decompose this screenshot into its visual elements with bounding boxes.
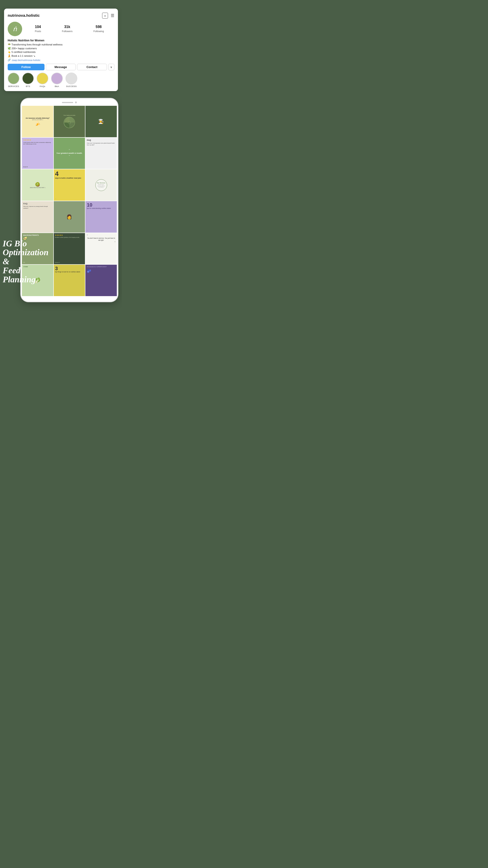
meal-number: 4 xyxy=(55,170,84,177)
phone-bottom-bar xyxy=(21,297,118,302)
phone-camera xyxy=(75,101,77,103)
post-review2[interactable]: ★★★★★ Excellent nutrition guidance, life… xyxy=(54,233,85,265)
post-tips[interactable]: 10 tips for understanding nutrition labe… xyxy=(86,201,117,232)
services-title: Our Services xyxy=(97,182,105,184)
profile-info-row: ṅ 104 Posts 31k Followers 598 Following xyxy=(8,22,114,36)
review2-text: Excellent nutrition guidance, life chang… xyxy=(55,237,84,238)
chevron-button[interactable]: ∨ xyxy=(108,64,114,70)
post-photo1[interactable]: 👩‍🍳 xyxy=(86,106,117,137)
quote1-mark-close: " xyxy=(69,155,70,158)
background: nutrinova.holistic + ☰ ṅ 104 Posts 31k F… xyxy=(0,0,122,311)
photo1-icon: 👩‍🍳 xyxy=(98,119,104,124)
faq2-header: FAQ xyxy=(23,203,52,205)
blueberry-icon: 🫐 xyxy=(87,269,116,273)
quote2-mark-close: " xyxy=(87,241,116,244)
post-review1[interactable]: ★★★★★ Lorem ipsum dolor sit amet consect… xyxy=(22,138,53,169)
balanced-plate-diagram xyxy=(64,117,75,128)
post-banana[interactable]: Are bananas actually fattening? WITH NL … xyxy=(22,106,53,137)
quote1-text: Your greatest wealth is health. xyxy=(56,152,82,154)
quote2-text: You don't have to eat less. You just hav… xyxy=(87,237,116,241)
following-count: 598 xyxy=(93,25,104,29)
faq1-question: How can I incorporate more plant-based f… xyxy=(87,142,116,146)
highlight-circle-services xyxy=(8,72,20,84)
highlight-faqs[interactable]: FAQs xyxy=(37,72,48,88)
contact-button[interactable]: Contact xyxy=(77,64,107,70)
post-blueberry[interactable]: Are blueberries SUPERFOODS? 🫐 xyxy=(86,265,117,296)
followers-stat: 31k Followers xyxy=(62,25,72,33)
following-label: Following xyxy=(93,30,104,33)
post-faq2[interactable]: FAQ How can I improve my energy levels t… xyxy=(22,201,53,232)
posts-stat: 104 Posts xyxy=(35,25,41,33)
username: nutrinova.holistic xyxy=(8,13,40,18)
stats-row: 104 Posts 31k Followers 598 Following xyxy=(24,25,114,33)
banana-emoji: 🍌 xyxy=(35,121,40,126)
post-balanced[interactable]: Your balanced plate xyxy=(54,106,85,137)
services-circle: Our Services Nutrition plans, coaching, … xyxy=(95,179,107,191)
highlight-circle-ba xyxy=(51,72,63,84)
phone-top-bar xyxy=(21,98,118,105)
macro-title: MACRONUTRIENTS xyxy=(23,235,52,236)
action-buttons: Follow Message Contact ∨ xyxy=(8,64,114,70)
tips-arrow: → xyxy=(87,230,116,231)
quote2-mark-open: " xyxy=(87,235,116,237)
faq1-header: FAQ xyxy=(87,139,116,141)
blueberry-text: Are blueberries SUPERFOODS? xyxy=(87,266,116,268)
avatar: ṅ xyxy=(8,22,22,36)
highlight-label-faqs: FAQs xyxy=(40,85,45,88)
post-quote2[interactable]: " You don't have to eat less. You just h… xyxy=(86,233,117,265)
highlight-circle-faqs xyxy=(37,72,48,84)
message-button[interactable]: Message xyxy=(46,64,76,70)
highlight-label-success: SUCCESS xyxy=(66,85,76,88)
review2-stars: ★★★★★ xyxy=(55,234,84,236)
tips-number: 10 xyxy=(87,203,116,208)
meal-arrow: → xyxy=(55,198,84,199)
post-meal[interactable]: 4 ways to build a healthier meal plan → xyxy=(54,169,85,201)
bio-link[interactable]: 🔗 zaap.bio/nutrinova-holistic xyxy=(8,59,114,61)
tips-text: tips for understanding nutrition labels xyxy=(87,208,116,209)
bio-line-1: 🥗 Transforming lives through nutritional… xyxy=(8,43,114,46)
following-stat: 598 Following xyxy=(93,25,104,33)
sidebar-title: IG Bio Optimization &Feed Planning xyxy=(3,239,48,284)
banana-title: Are bananas actually fattening? xyxy=(26,117,50,119)
post-quote1[interactable]: " Your greatest wealth is health. " xyxy=(54,138,85,169)
link-text: zaap.bio/nutrinova-holistic xyxy=(12,59,40,61)
post-services[interactable]: Our Services Nutrition plans, coaching, … xyxy=(86,169,117,201)
link-icon: 🔗 xyxy=(8,59,11,61)
phone-speaker xyxy=(62,102,73,103)
review1-text: Lorem ipsum dolor sit amet consectetur a… xyxy=(23,142,52,145)
highlight-ba[interactable]: B&A xyxy=(51,72,63,88)
profile-header: nutrinova.holistic + ☰ xyxy=(8,13,114,19)
post-labels[interactable]: 3 top things to look for on nutrition la… xyxy=(54,265,85,296)
highlight-label-bts: BTS xyxy=(26,85,30,88)
labels-number: 3 xyxy=(55,266,84,271)
header-icons: + ☰ xyxy=(102,13,114,19)
post-photo2[interactable]: 👩 xyxy=(54,201,85,232)
posts-count: 104 xyxy=(35,25,41,29)
smoothie-icon: 🥝 xyxy=(35,182,40,187)
posts-label: Posts xyxy=(35,30,41,33)
follow-button[interactable]: Follow xyxy=(8,64,44,70)
highlight-label-ba: B&A xyxy=(55,85,59,88)
review2-author: Sandra N. xyxy=(55,262,84,263)
bio-line-4: 🧘 Book a 1:1 session ↘ xyxy=(8,54,114,58)
add-button[interactable]: + xyxy=(102,13,108,19)
balanced-title-top: Your balanced plate xyxy=(63,115,75,116)
highlight-success[interactable]: SUCCESS xyxy=(66,72,77,88)
bio-line-2: 🌿 200+ happy customers xyxy=(8,46,114,51)
post-smoothie[interactable]: 🥝 SMOOTHIE RECIPES PART 1 xyxy=(22,169,53,201)
highlight-services[interactable]: SERVICES xyxy=(8,72,20,88)
menu-button[interactable]: ☰ xyxy=(111,13,114,18)
review1-stars: ★★★★★ xyxy=(23,139,52,141)
highlights-row: SERVICES BTS FAQs B&A SUCCESS xyxy=(8,72,114,88)
highlight-circle-success xyxy=(66,72,77,84)
avatar-letter: ṅ xyxy=(13,25,17,33)
highlight-bts[interactable]: BTS xyxy=(22,72,34,88)
services-text: Nutrition plans, coaching, wellness cons… xyxy=(96,184,106,188)
labels-text: top things to look for on nutrition labe… xyxy=(55,271,84,273)
meal-text: ways to build a healthier meal plan xyxy=(55,177,84,179)
highlight-label-services: SERVICES xyxy=(8,85,19,88)
smoothie-label: SMOOTHIE RECIPES PART 1 xyxy=(30,187,45,188)
review1-author: Emily M. xyxy=(23,166,52,167)
followers-count: 31k xyxy=(62,25,72,29)
post-faq1[interactable]: FAQ How can I incorporate more plant-bas… xyxy=(86,138,117,169)
